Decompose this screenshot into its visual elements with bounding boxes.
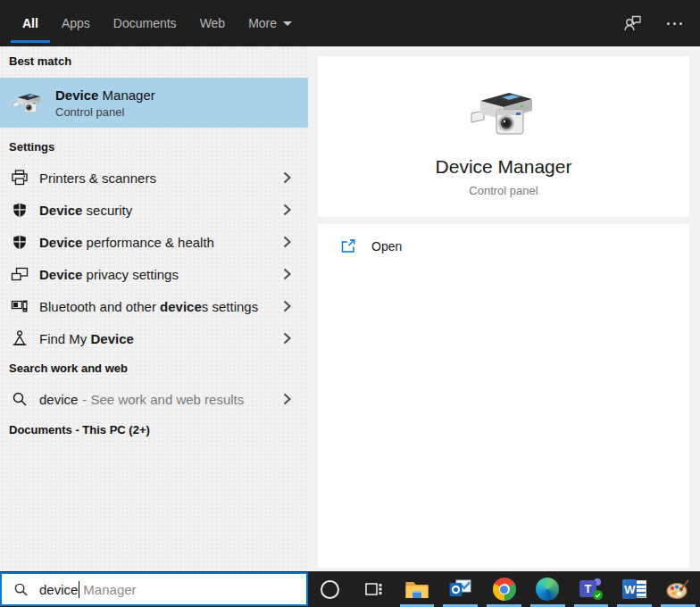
tab-apps[interactable]: Apps xyxy=(50,0,102,46)
chevron-right-icon[interactable] xyxy=(283,393,292,405)
search-header: All Apps Documents Web More xyxy=(0,0,700,46)
settings-results-list: Printers & scanners Device security xyxy=(0,162,308,354)
chevron-right-icon[interactable] xyxy=(283,268,292,280)
results-panel: Best match Device Manager Control panel … xyxy=(0,46,308,572)
preview-hero: Device Manager Control panel xyxy=(318,56,689,217)
search-input[interactable]: device Manager xyxy=(0,572,308,606)
result-device-performance-health[interactable]: Device performance & health xyxy=(0,226,308,258)
bluetooth-devices-icon xyxy=(11,297,29,315)
result-bluetooth-devices-settings[interactable]: Bluetooth and other devices settings xyxy=(0,290,308,322)
tab-more[interactable]: More xyxy=(237,0,304,46)
taskbar-task-view-button[interactable] xyxy=(352,571,396,607)
result-device-privacy-settings[interactable]: Device privacy settings xyxy=(0,258,308,290)
open-action-button[interactable]: Open xyxy=(318,224,689,269)
devices-privacy-icon xyxy=(11,265,29,283)
open-external-icon xyxy=(340,238,356,254)
teams-icon: T xyxy=(579,578,603,600)
word-icon: W xyxy=(622,579,646,599)
taskbar-word-button[interactable]: W xyxy=(612,571,656,607)
web-search-section-label: Search work and web xyxy=(0,362,308,376)
settings-section-label: Settings xyxy=(0,140,308,154)
edge-icon xyxy=(536,578,559,601)
taskbar-paint-button[interactable] xyxy=(656,571,700,607)
chevron-right-icon[interactable] xyxy=(283,332,292,345)
documents-section-label: Documents - This PC (2+) xyxy=(0,423,308,437)
best-match-result-device-manager[interactable]: Device Manager Control panel xyxy=(0,78,308,128)
open-action-label: Open xyxy=(371,239,402,254)
result-find-my-device[interactable]: Find My Device xyxy=(0,322,308,354)
search-filter-tabs: All Apps Documents Web More xyxy=(11,0,304,46)
taskbar-teams-button[interactable]: T xyxy=(570,571,613,607)
status-available-icon xyxy=(593,590,603,600)
preview-subtitle: Control panel xyxy=(318,184,689,197)
chevron-right-icon[interactable] xyxy=(283,204,292,216)
search-icon xyxy=(13,582,29,597)
preview-title: Device Manager xyxy=(318,156,689,178)
tab-all[interactable]: All xyxy=(11,0,50,46)
chevron-right-icon[interactable] xyxy=(283,300,292,312)
chevron-right-icon[interactable] xyxy=(283,171,292,184)
file-explorer-icon xyxy=(404,579,429,600)
device-manager-icon xyxy=(470,87,538,140)
text-cursor xyxy=(79,581,79,598)
tab-documents[interactable]: Documents xyxy=(102,0,188,46)
search-inline-suggestion: Manager xyxy=(83,582,136,597)
user-feedback-icon[interactable] xyxy=(622,13,642,33)
chevron-down-icon xyxy=(283,21,292,26)
taskbar-outlook-button[interactable] xyxy=(438,571,482,607)
find-my-device-icon xyxy=(11,329,29,347)
chevron-right-icon[interactable] xyxy=(283,236,292,248)
outlook-icon xyxy=(448,578,472,600)
section-divider xyxy=(318,217,689,224)
chrome-icon xyxy=(493,578,516,601)
tab-web[interactable]: Web xyxy=(188,0,238,46)
best-match-subtitle: Control panel xyxy=(55,105,155,119)
cortana-icon xyxy=(321,580,339,599)
taskbar-cortana-button[interactable] xyxy=(308,571,352,607)
more-options-icon[interactable] xyxy=(665,17,684,30)
taskbar-chrome-button[interactable] xyxy=(482,571,526,607)
taskbar-file-explorer-button[interactable] xyxy=(396,571,439,607)
task-view-icon xyxy=(363,579,383,599)
printer-icon xyxy=(11,169,29,187)
best-match-section-label: Best match xyxy=(0,46,308,69)
result-printers-scanners[interactable]: Printers & scanners xyxy=(0,162,308,194)
device-manager-icon xyxy=(12,91,43,115)
taskbar-icons: T W xyxy=(308,571,700,607)
taskbar-edge-button[interactable] xyxy=(526,571,570,607)
windows-search-flyout: { "header": { "tabs": [ {"label": "All"}… xyxy=(0,0,700,607)
preview-pane: Device Manager Control panel Open xyxy=(308,46,700,571)
best-match-title: Device Manager xyxy=(55,87,155,103)
shield-icon xyxy=(11,201,29,219)
paint-icon xyxy=(666,578,690,600)
shield-icon xyxy=(11,233,29,251)
search-typed-text: device xyxy=(39,582,78,597)
result-web-search-device[interactable]: device- See work and web results xyxy=(0,383,308,415)
result-device-security[interactable]: Device security xyxy=(0,194,308,226)
preview-card: Device Manager Control panel Open xyxy=(318,56,689,568)
search-icon xyxy=(11,390,29,408)
